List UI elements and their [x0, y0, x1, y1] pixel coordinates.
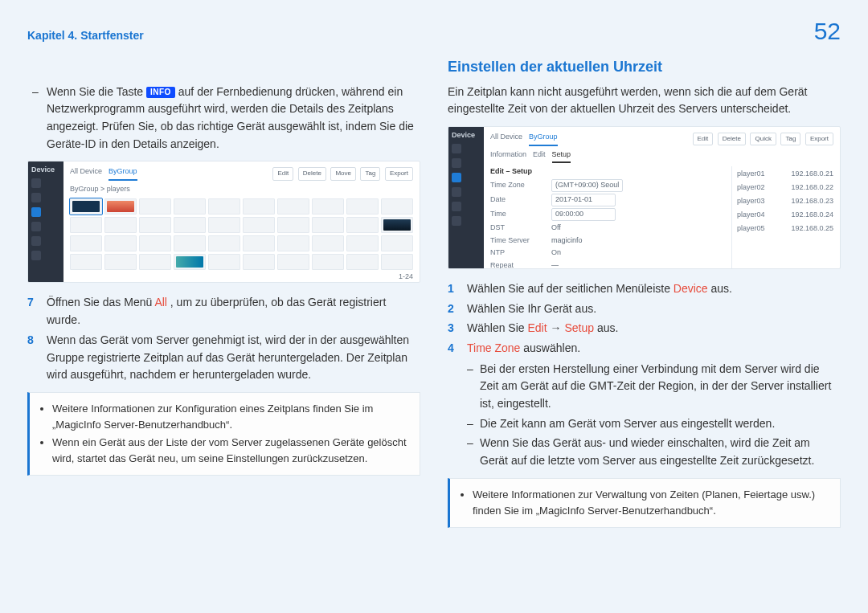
field-label: Repeat	[490, 260, 545, 269]
toolbar-btn: Delete	[718, 133, 746, 145]
step-7: 7 Öffnen Sie das Menü All , um zu überpr…	[27, 294, 420, 329]
field-label: DST	[490, 223, 545, 234]
page-number: 52	[814, 19, 841, 43]
sidebar-title: Device	[28, 161, 63, 176]
field-label: Time	[490, 209, 545, 220]
left-column: Wenn Sie die Taste INFO auf der Fernbedi…	[27, 56, 420, 528]
inner-tab: Information	[490, 149, 526, 163]
right-lead: Ein Zeitplan kann nicht ausgeführt werde…	[448, 84, 841, 118]
screenshot-sidebar: Device	[28, 161, 63, 282]
text-segment: auswählen.	[523, 341, 580, 354]
toolbar-btn: Edit	[272, 167, 293, 180]
page: Kapitel 4. Startfenster 52 Wenn Sie die …	[0, 0, 868, 613]
field-value: On	[551, 247, 561, 259]
step-3: 3 Wählen Sie Edit → Setup aus.	[448, 320, 841, 337]
step-number: 8	[27, 332, 39, 349]
device-highlight: Device	[674, 282, 708, 295]
inner-tab-active: Setup	[552, 149, 571, 163]
text-segment: Wenn Sie die Taste	[47, 85, 146, 98]
sublist-item: Bei der ersten Herstellung einer Verbind…	[467, 361, 841, 413]
timezone-highlight: Time Zone	[467, 341, 520, 354]
screenshot-main: All Device ByGroup Edit Delete Move Tag …	[63, 161, 420, 282]
screenshot-device-grid: Device All Device ByGroup	[27, 161, 420, 283]
side-cell: player04	[737, 210, 765, 221]
text-segment: aus.	[597, 321, 618, 334]
screenshot-thumb-grid	[70, 198, 413, 270]
screenshot-time-settings: Device All Device ByGroup	[448, 126, 841, 269]
tab-bygroup: ByGroup	[108, 166, 137, 181]
field-label: Time Server	[490, 235, 545, 247]
setup-subtitle: Edit – Setup	[490, 166, 727, 178]
step-2: 2 Wählen Sie Ihr Gerät aus.	[448, 300, 841, 318]
left-intro-para: Wenn Sie die Taste INFO auf der Fernbedi…	[27, 84, 420, 153]
screenshot-tabs: All Device ByGroup	[70, 166, 137, 181]
step-1: 1 Wählen Sie auf der seitlichen Menüleis…	[448, 280, 841, 298]
side-cell: player05	[737, 223, 765, 235]
setup-highlight: Setup	[564, 321, 594, 334]
toolbar-btn: Tag	[360, 167, 380, 180]
sublist-item: Wenn Sie das Gerät aus- und wieder einsc…	[467, 435, 841, 469]
text-segment: aus.	[711, 282, 732, 295]
side-cell: 192.168.0.24	[791, 210, 833, 221]
field-value: —	[551, 260, 559, 269]
screenshot-toolbar-buttons: Edit Delete Move Tag Export	[270, 167, 413, 180]
field-label: NTP	[490, 247, 545, 259]
field-value: 2017-01-01	[551, 194, 616, 206]
device-list-panel: player01192.168.0.21 player02192.168.0.2…	[731, 166, 833, 269]
step-text: Wählen Sie Ihr Gerät aus.	[467, 300, 841, 318]
section-title: Einstellen der aktuellen Uhrzeit	[448, 56, 841, 79]
note-item: Wenn ein Gerät aus der Liste der vom Ser…	[52, 435, 410, 467]
screenshot-sidebar: Device	[448, 127, 484, 268]
chapter-title: Kapitel 4. Startfenster	[27, 27, 144, 45]
toolbar-btn: Delete	[298, 167, 326, 180]
side-cell: player02	[737, 182, 765, 194]
left-steps: 7 Öffnen Sie das Menü All , um zu überpr…	[27, 294, 420, 383]
step-number: 3	[448, 320, 459, 337]
text-segment: Öffnen Sie das Menü	[47, 296, 154, 309]
left-note-box: Weitere Informationen zur Konfiguration …	[27, 392, 420, 476]
right-sublist: Bei der ersten Herstellung einer Verbind…	[467, 361, 841, 470]
field-label: Date	[490, 194, 545, 206]
menu-all-highlight: All	[154, 296, 167, 309]
side-cell: 192.168.0.23	[791, 196, 833, 207]
step-8: 8 Wenn das Gerät vom Server genehmigt is…	[27, 332, 420, 384]
info-badge: INFO	[146, 87, 175, 98]
toolbar-btn: Tag	[780, 133, 800, 145]
right-column: Einstellen der aktuellen Uhrzeit Ein Zei…	[448, 56, 841, 528]
side-cell: 192.168.0.25	[791, 223, 833, 235]
right-note-box: Weitere Informationen zur Verwaltung von…	[448, 478, 841, 528]
side-cell: 192.168.0.22	[791, 182, 833, 194]
note-item: Weitere Informationen zur Verwaltung von…	[473, 487, 830, 519]
inner-tab: Edit	[533, 149, 546, 163]
tab-all: All Device	[70, 166, 102, 181]
screenshot-breadcrumb: ByGroup > players	[70, 184, 413, 195]
step-number: 7	[27, 294, 39, 312]
step-4: 4 Time Zone auswählen.	[448, 340, 841, 358]
field-value: Off	[551, 223, 561, 234]
field-value: magicinfo	[551, 235, 583, 247]
tab-all: All Device	[490, 132, 522, 146]
text-segment: Wählen Sie auf der seitlichen Menüleiste	[467, 282, 674, 295]
sidebar-title: Device	[448, 127, 484, 141]
edit-highlight: Edit	[527, 321, 547, 334]
step-number: 2	[448, 300, 459, 318]
right-steps: 1 Wählen Sie auf der seitlichen Menüleis…	[448, 280, 841, 358]
toolbar-btn: Export	[385, 167, 413, 180]
step-number: 1	[448, 280, 459, 298]
page-header: Kapitel 4. Startfenster 52	[27, 14, 841, 45]
text-segment: Wählen Sie	[467, 321, 527, 334]
side-cell: player01	[737, 169, 765, 180]
side-cell: 192.168.0.21	[791, 169, 833, 180]
step-text: Wenn das Gerät vom Server genehmigt ist,…	[47, 332, 420, 384]
screenshot-pager: 1-24	[70, 272, 413, 283]
side-cell: player03	[737, 196, 765, 207]
field-label: Time Zone	[490, 180, 545, 191]
toolbar-btn: Edit	[693, 133, 714, 145]
field-value: 09:00:00	[551, 208, 616, 221]
step-number: 4	[448, 340, 459, 358]
note-item: Weitere Informationen zur Konfiguration …	[52, 401, 410, 433]
field-value: (GMT+09:00) Seoul	[551, 179, 623, 192]
toolbar-btn: Quick	[750, 133, 776, 145]
toolbar-btn: Move	[330, 167, 356, 180]
tab-bygroup: ByGroup	[529, 132, 558, 146]
